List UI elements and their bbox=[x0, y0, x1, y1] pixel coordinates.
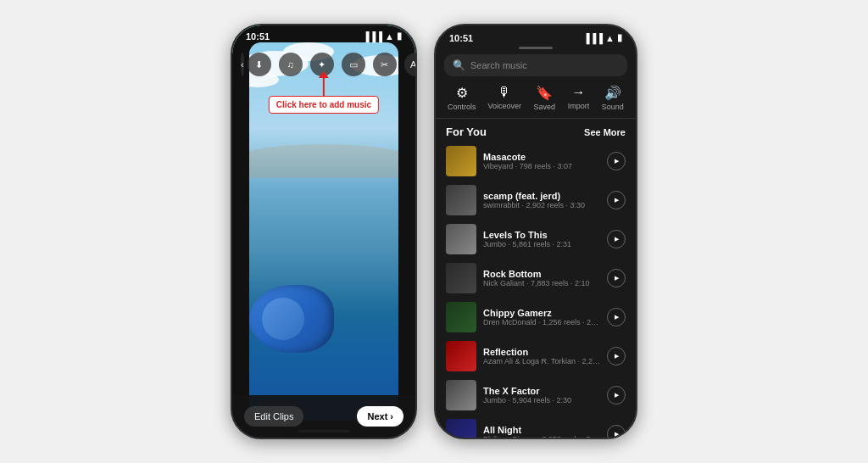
music-annotation: Click here to add music bbox=[269, 72, 379, 114]
left-status-bar: 10:51 ▐▐▐ ▲ ▮ bbox=[232, 25, 415, 43]
music-item[interactable]: All Night Philippe Bianco · 3,858 reels … bbox=[436, 415, 636, 438]
music-title: The X Factor bbox=[483, 386, 600, 396]
music-meta: Jumbo · 5,904 reels · 2:30 bbox=[483, 396, 600, 404]
music-info: All Night Philippe Bianco · 3,858 reels … bbox=[483, 425, 600, 438]
edit-clips-button[interactable]: Edit Clips bbox=[244, 406, 303, 427]
music-meta: Jumbo · 5,861 reels · 2:31 bbox=[483, 240, 600, 248]
sound-icon: 🔊 bbox=[604, 85, 621, 101]
music-info: Levels To This Jumbo · 5,861 reels · 2:3… bbox=[483, 230, 600, 248]
import-icon: → bbox=[572, 85, 586, 100]
music-meta: Azam Ali & Loga R. Torkian · 2,285 reels… bbox=[483, 357, 600, 365]
section-header: For You See More bbox=[436, 122, 636, 142]
see-more-button[interactable]: See More bbox=[584, 127, 626, 137]
music-item[interactable]: Levels To This Jumbo · 5,861 reels · 2:3… bbox=[436, 220, 636, 259]
music-title: Levels To This bbox=[483, 230, 600, 240]
music-title: Rock Bottom bbox=[483, 269, 600, 279]
music-list: Masacote Vibeyard · 798 reels · 3:07 sca… bbox=[436, 142, 636, 438]
next-button[interactable]: Next › bbox=[357, 406, 403, 427]
tab-import[interactable]: → Import bbox=[562, 83, 594, 113]
tab-sound[interactable]: 🔊 Sound bbox=[597, 83, 629, 113]
music-thumb bbox=[446, 380, 476, 410]
music-thumb bbox=[446, 419, 476, 438]
music-thumb bbox=[446, 185, 476, 215]
drag-indicator bbox=[519, 47, 553, 49]
music-thumb bbox=[446, 302, 476, 332]
music-meta: Philippe Bianco · 3,858 reels · 3:24 bbox=[483, 435, 600, 438]
music-meta: Dren McDonald · 1,256 reels · 2:45 bbox=[483, 318, 600, 326]
controls-icon: ⚙ bbox=[456, 85, 468, 101]
right-phone: 10:51 ▐▐▐ ▲ ▮ 🔍 Search music ⚙ Controls … bbox=[434, 24, 637, 439]
play-button[interactable] bbox=[607, 230, 626, 248]
left-phone: 10:51 ▐▐▐ ▲ ▮ bbox=[231, 24, 417, 439]
right-status-icons: ▐▐▐ ▲ ▮ bbox=[583, 32, 622, 43]
search-icon: 🔍 bbox=[453, 59, 465, 71]
music-info: Masacote Vibeyard · 798 reels · 3:07 bbox=[483, 152, 600, 170]
music-item[interactable]: Chippy Gamerz Dren McDonald · 1,256 reel… bbox=[436, 298, 636, 337]
search-placeholder: Search music bbox=[470, 60, 527, 70]
music-item[interactable]: Rock Bottom Nick Galiant · 7,883 reels ·… bbox=[436, 259, 636, 298]
bottom-bar: Edit Clips Next › bbox=[232, 395, 415, 438]
voiceover-icon: 🎙 bbox=[498, 85, 511, 100]
back-button[interactable]: ‹ bbox=[241, 53, 244, 76]
music-title: scamp (feat. jerd) bbox=[483, 191, 600, 201]
play-button[interactable] bbox=[607, 152, 626, 170]
play-button[interactable] bbox=[607, 386, 626, 404]
tab-bar: ⚙ Controls 🎙 Voiceover 🔖 Saved → Import … bbox=[436, 83, 636, 119]
music-thumb bbox=[446, 224, 476, 254]
search-bar[interactable]: 🔍 Search music bbox=[444, 54, 627, 76]
tab-saved[interactable]: 🔖 Saved bbox=[528, 83, 560, 113]
music-item[interactable]: scamp (feat. jerd) swimrabbit · 2,902 re… bbox=[436, 181, 636, 220]
music-thumb bbox=[446, 263, 476, 293]
music-item[interactable]: The X Factor Jumbo · 5,904 reels · 2:30 bbox=[436, 376, 636, 415]
music-info: scamp (feat. jerd) swimrabbit · 2,902 re… bbox=[483, 191, 600, 209]
music-title: All Night bbox=[483, 425, 600, 435]
music-info: Chippy Gamerz Dren McDonald · 1,256 reel… bbox=[483, 308, 600, 326]
annotation-arrow bbox=[323, 72, 325, 96]
music-title: Chippy Gamerz bbox=[483, 308, 600, 318]
music-item[interactable]: Masacote Vibeyard · 798 reels · 3:07 bbox=[436, 142, 636, 181]
music-meta: Vibeyard · 798 reels · 3:07 bbox=[483, 162, 600, 170]
tab-controls[interactable]: ⚙ Controls bbox=[442, 83, 481, 113]
left-time: 10:51 bbox=[246, 31, 270, 42]
play-button[interactable] bbox=[607, 308, 626, 326]
music-info: Rock Bottom Nick Galiant · 7,883 reels ·… bbox=[483, 269, 600, 287]
music-thumb bbox=[446, 146, 476, 176]
saved-icon: 🔖 bbox=[536, 85, 553, 101]
tab-voiceover[interactable]: 🎙 Voiceover bbox=[483, 83, 527, 113]
wifi-icon-right: ▲ bbox=[605, 33, 615, 43]
music-info: The X Factor Jumbo · 5,904 reels · 2:30 bbox=[483, 386, 600, 404]
section-title: For You bbox=[446, 126, 487, 138]
signal-icon-right: ▐▐▐ bbox=[583, 33, 603, 43]
music-title: Reflection bbox=[483, 347, 600, 357]
signal-icon: ▐▐▐ bbox=[363, 31, 382, 42]
play-button[interactable] bbox=[607, 269, 626, 287]
download-button[interactable]: ⬇ bbox=[248, 53, 271, 76]
play-button[interactable] bbox=[607, 191, 626, 209]
music-meta: Nick Galiant · 7,883 reels · 2:10 bbox=[483, 279, 600, 287]
right-time: 10:51 bbox=[449, 33, 473, 43]
right-status-bar: 10:51 ▐▐▐ ▲ ▮ bbox=[436, 25, 636, 47]
battery-icon: ▮ bbox=[397, 31, 402, 42]
music-item[interactable]: Reflection Azam Ali & Loga R. Torkian · … bbox=[436, 337, 636, 376]
music-info: Reflection Azam Ali & Loga R. Torkian · … bbox=[483, 347, 600, 365]
music-title: Masacote bbox=[483, 152, 600, 162]
music-thumb bbox=[446, 341, 476, 371]
annotation-text[interactable]: Click here to add music bbox=[269, 96, 379, 114]
wifi-icon: ▲ bbox=[385, 31, 394, 42]
battery-icon-right: ▮ bbox=[617, 32, 622, 43]
text-button[interactable]: Aa bbox=[404, 53, 415, 76]
music-meta: swimrabbit · 2,902 reels · 3:30 bbox=[483, 201, 600, 209]
play-button[interactable] bbox=[607, 425, 626, 438]
play-button[interactable] bbox=[607, 347, 626, 365]
main-container: 10:51 ▐▐▐ ▲ ▮ bbox=[0, 0, 868, 463]
left-status-icons: ▐▐▐ ▲ ▮ bbox=[363, 31, 402, 42]
left-content: ‹ ⬇ ♫ ✦ ▭ ✂ Aa Click here to add music E… bbox=[232, 25, 415, 438]
